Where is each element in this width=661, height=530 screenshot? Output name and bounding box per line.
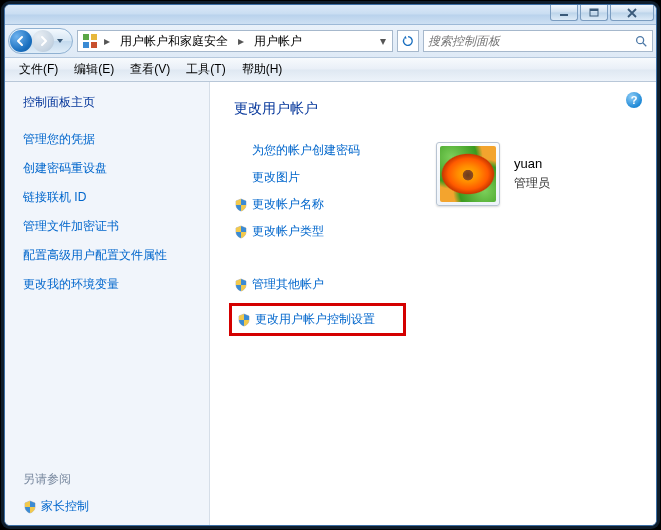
menu-tools[interactable]: 工具(T)	[178, 58, 233, 81]
svg-rect-3	[83, 34, 89, 40]
action-label: 更改用户帐户控制设置	[255, 311, 375, 328]
change-account-type-link[interactable]: 更改帐户类型	[234, 223, 406, 240]
action-group-2: 管理其他帐户 更改用户帐户控制设置	[234, 276, 406, 336]
user-name: yuan	[514, 156, 550, 171]
action-group-1: 为您的帐户创建密码 更改图片 更改帐户名称	[234, 142, 406, 240]
menubar: 文件(F) 编辑(E) 查看(V) 工具(T) 帮助(H)	[5, 58, 656, 82]
breadcrumb-seg-1[interactable]: 用户帐户和家庭安全	[114, 31, 234, 51]
parental-controls-link[interactable]: 家长控制	[23, 498, 199, 515]
breadcrumb[interactable]: ▸ 用户帐户和家庭安全 ▸ 用户帐户 ▾	[77, 30, 393, 52]
create-password-link[interactable]: 为您的帐户创建密码	[234, 142, 406, 159]
maximize-button[interactable]	[580, 5, 608, 21]
action-label: 更改帐户名称	[252, 196, 324, 213]
avatar-image	[440, 146, 496, 202]
menu-file[interactable]: 文件(F)	[11, 58, 66, 81]
sidebar-link[interactable]: 管理您的凭据	[23, 131, 199, 148]
chevron-right-icon[interactable]: ▸	[234, 31, 248, 51]
svg-rect-4	[91, 34, 97, 40]
action-label: 为您的帐户创建密码	[252, 142, 360, 159]
manage-other-accounts-link[interactable]: 管理其他帐户	[234, 276, 406, 293]
menu-edit[interactable]: 编辑(E)	[66, 58, 122, 81]
highlighted-uac-link: 更改用户帐户控制设置	[229, 303, 406, 336]
sidebar-link[interactable]: 创建密码重设盘	[23, 160, 199, 177]
minimize-button[interactable]	[550, 5, 578, 21]
action-label: 管理其他帐户	[252, 276, 324, 293]
shield-icon	[234, 225, 248, 239]
control-panel-icon	[82, 33, 98, 49]
shield-icon	[234, 278, 248, 292]
control-panel-window: ▸ 用户帐户和家庭安全 ▸ 用户帐户 ▾ 文件(F) 编辑(E) 查看(V) 工…	[4, 4, 657, 526]
change-uac-settings-link[interactable]: 更改用户帐户控制设置	[237, 311, 375, 328]
back-button[interactable]	[10, 30, 32, 52]
shield-icon	[237, 313, 251, 327]
search-input[interactable]	[428, 34, 634, 48]
svg-rect-0	[560, 14, 568, 16]
sidebar-link[interactable]: 配置高级用户配置文件属性	[23, 247, 199, 264]
refresh-button[interactable]	[397, 30, 419, 52]
titlebar	[5, 5, 656, 25]
chevron-right-icon[interactable]: ▸	[100, 31, 114, 51]
page-title: 更改用户帐户	[234, 100, 632, 118]
see-also-label: 另请参阅	[23, 471, 199, 488]
search-box[interactable]	[423, 30, 653, 52]
shield-icon	[23, 500, 37, 514]
search-icon[interactable]	[634, 34, 648, 48]
actions-column: 为您的帐户创建密码 更改图片 更改帐户名称	[234, 142, 406, 336]
svg-point-7	[637, 37, 644, 44]
sidebar-link[interactable]: 更改我的环境变量	[23, 276, 199, 293]
svg-rect-2	[590, 9, 598, 11]
menu-view[interactable]: 查看(V)	[122, 58, 178, 81]
user-card: yuan 管理员	[436, 142, 550, 206]
sidebar-links: 管理您的凭据 创建密码重设盘 链接联机 ID 管理文件加密证书 配置高级用户配置…	[23, 131, 199, 293]
window-buttons	[550, 5, 654, 21]
user-role: 管理员	[514, 175, 550, 192]
history-dropdown-icon[interactable]	[56, 37, 64, 45]
svg-rect-6	[91, 42, 97, 48]
breadcrumb-seg-2[interactable]: 用户帐户	[248, 31, 308, 51]
content-pane: ? 更改用户帐户 为您的帐户创建密码 更改图片	[210, 82, 656, 525]
navigation-row: ▸ 用户帐户和家庭安全 ▸ 用户帐户 ▾	[5, 25, 656, 58]
avatar-frame[interactable]	[436, 142, 500, 206]
forward-button[interactable]	[32, 30, 54, 52]
chevron-down-icon[interactable]: ▾	[376, 31, 390, 51]
body: 控制面板主页 管理您的凭据 创建密码重设盘 链接联机 ID 管理文件加密证书 配…	[5, 82, 656, 525]
action-label: 更改帐户类型	[252, 223, 324, 240]
shield-icon	[234, 198, 248, 212]
parental-controls-label: 家长控制	[41, 498, 89, 515]
sidebar-link[interactable]: 链接联机 ID	[23, 189, 199, 206]
change-picture-link[interactable]: 更改图片	[234, 169, 406, 186]
svg-line-8	[643, 43, 647, 47]
sidebar-bottom: 另请参阅 家长控制	[23, 471, 199, 515]
nav-arrows-group	[8, 28, 73, 54]
change-account-name-link[interactable]: 更改帐户名称	[234, 196, 406, 213]
menu-help[interactable]: 帮助(H)	[234, 58, 291, 81]
sidebar: 控制面板主页 管理您的凭据 创建密码重设盘 链接联机 ID 管理文件加密证书 配…	[5, 82, 210, 525]
svg-rect-5	[83, 42, 89, 48]
sidebar-home-link[interactable]: 控制面板主页	[23, 94, 199, 111]
user-info: yuan 管理员	[514, 156, 550, 192]
content-row: 为您的帐户创建密码 更改图片 更改帐户名称	[234, 142, 632, 336]
close-button[interactable]	[610, 5, 654, 21]
action-label: 更改图片	[252, 169, 300, 186]
help-icon[interactable]: ?	[626, 92, 642, 108]
sidebar-link[interactable]: 管理文件加密证书	[23, 218, 199, 235]
